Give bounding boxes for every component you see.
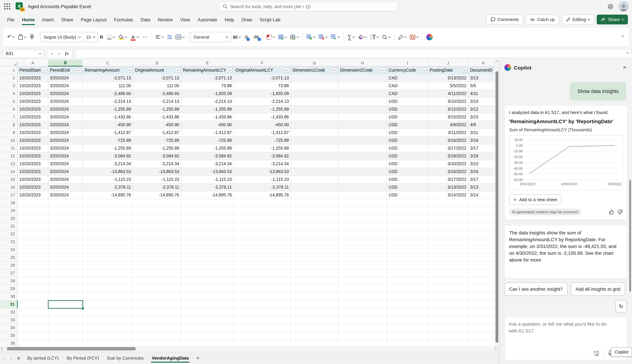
grid-cell-J18[interactable]: [428, 199, 468, 207]
grid-cell-I28[interactable]: [387, 277, 428, 285]
row-header-10[interactable]: 10: [0, 137, 18, 144]
row-header-23[interactable]: 23: [0, 238, 18, 246]
grid-cell-K13[interactable]: 3/10: [468, 160, 495, 168]
grid-cell-D5[interactable]: -2,214.13: [133, 98, 181, 106]
grid-cell-K17[interactable]: 3/14: [468, 191, 495, 199]
grid-cell-A13[interactable]: 10/20/2023: [18, 160, 48, 168]
grid-cell-A27[interactable]: [18, 269, 48, 277]
grid-cell-C15[interactable]: -1,115.23: [83, 176, 133, 184]
grid-cell-C32[interactable]: [83, 308, 133, 316]
grid-cell-D31[interactable]: [133, 300, 181, 308]
grid-cell-G20[interactable]: [291, 215, 338, 222]
grid-cell-B21[interactable]: [48, 222, 83, 230]
table-header-cell[interactable]: OriginalAmount: [133, 66, 181, 74]
grid-cell-A16[interactable]: 10/20/2023: [18, 184, 48, 191]
filter-dropdown-icon[interactable]: [127, 68, 132, 72]
grid-cell-D23[interactable]: [133, 238, 181, 246]
grid-cell-H7[interactable]: [338, 113, 387, 121]
grid-cell-C26[interactable]: [83, 262, 133, 269]
column-header-F[interactable]: F: [234, 60, 291, 66]
grid-cell-K5[interactable]: 3/10: [468, 98, 495, 106]
row-header-18[interactable]: 18: [0, 199, 18, 207]
grid-cell-F3[interactable]: 73.88: [234, 82, 291, 90]
grid-cell-E29[interactable]: [181, 285, 234, 293]
grid-cell-G30[interactable]: [291, 293, 338, 300]
table-header-cell[interactable]: RemainingAmountLCY: [181, 66, 234, 74]
grid-cell-J30[interactable]: [428, 293, 468, 300]
grid-cell-K9[interactable]: 3/11: [468, 129, 495, 137]
row-header-19[interactable]: 19: [0, 207, 18, 215]
grid-cell-B16[interactable]: 3/20/2024: [48, 184, 83, 191]
grid-cell-E32[interactable]: [181, 308, 234, 316]
column-header-G[interactable]: G: [291, 60, 338, 66]
fill-color-button[interactable]: [117, 32, 129, 42]
wrap-text-button[interactable]: [165, 32, 174, 42]
user-avatar[interactable]: [618, 1, 628, 12]
grid-cell-G6[interactable]: [291, 106, 338, 113]
grid-cell-K36[interactable]: [468, 340, 495, 346]
grid-cell-D11[interactable]: -1,255.89: [133, 144, 181, 152]
grid-cell-D21[interactable]: [133, 222, 181, 230]
grid-cell-D22[interactable]: [133, 230, 181, 238]
row-header-17[interactable]: 17: [0, 191, 18, 199]
grid-cell-C11[interactable]: -1,255.89: [83, 144, 133, 152]
grid-cell-G26[interactable]: [291, 262, 338, 269]
grid-cell-K25[interactable]: [468, 254, 495, 262]
grid-cell-J28[interactable]: [428, 277, 468, 285]
grid-cell-J34[interactable]: [428, 324, 468, 332]
table-header-cell[interactable]: CurrencyCode: [387, 66, 428, 74]
grid-cell-H12[interactable]: [338, 152, 387, 160]
grid-cell-G25[interactable]: [291, 254, 338, 262]
grid-cell-F8[interactable]: -450.90: [234, 121, 291, 129]
row-header-6[interactable]: 6: [0, 106, 18, 113]
grid-cell-D35[interactable]: [133, 332, 181, 340]
grid-cell-B33[interactable]: [48, 316, 83, 324]
grid-cell-H27[interactable]: [338, 269, 387, 277]
grid-cell-J6[interactable]: 3/12/2022: [428, 106, 468, 113]
grid-cell-A11[interactable]: 10/20/2023: [18, 144, 48, 152]
grid-cell-G10[interactable]: [291, 137, 338, 144]
grid-cell-B34[interactable]: [48, 324, 83, 332]
grid-cell-A26[interactable]: [18, 262, 48, 269]
row-header-4[interactable]: 4: [0, 90, 18, 98]
grid-cell-I25[interactable]: [387, 254, 428, 262]
grid-cell-H33[interactable]: [338, 316, 387, 324]
suggestion-chip[interactable]: Can I see another insight?: [504, 282, 567, 296]
grid-cell-H26[interactable]: [338, 262, 387, 269]
grid-cell-C28[interactable]: [83, 277, 133, 285]
grid-cell-A19[interactable]: [18, 207, 48, 215]
grid-cell-D33[interactable]: [133, 316, 181, 324]
grid-cell-K7[interactable]: 3/15: [468, 113, 495, 121]
grid-cell-B24[interactable]: [48, 246, 83, 254]
grid-cell-I31[interactable]: [387, 300, 428, 308]
grid-cell-J33[interactable]: [428, 316, 468, 324]
row-header-20[interactable]: 20: [0, 215, 18, 222]
grid-cell-J12[interactable]: 3/18/2022: [428, 152, 468, 160]
column-header-K[interactable]: K: [468, 60, 495, 66]
grid-cell-F30[interactable]: [234, 293, 291, 300]
grid-cell-K20[interactable]: [468, 215, 495, 222]
grid-cell-J9[interactable]: 3/11/2022: [428, 129, 468, 137]
grid-cell-B35[interactable]: [48, 332, 83, 340]
grid-cell-F35[interactable]: [234, 332, 291, 340]
grid-cell-K33[interactable]: [468, 316, 495, 324]
add-to-new-sheet-button[interactable]: + Add to a new sheet: [509, 194, 561, 205]
grid-cell-I24[interactable]: [387, 246, 428, 254]
grid-cell-B6[interactable]: 3/20/2024: [48, 106, 83, 113]
tab-share[interactable]: Share: [57, 14, 77, 26]
grid-cell-G8[interactable]: [291, 121, 338, 129]
grid-cell-J35[interactable]: [428, 332, 468, 340]
grid-cell-K24[interactable]: [468, 246, 495, 254]
grid-cell-I3[interactable]: CAD: [387, 82, 428, 90]
sheet-nav-left-icon[interactable]: ‹: [0, 355, 7, 361]
grid-cell-A29[interactable]: [18, 285, 48, 293]
grid-cell-E23[interactable]: [181, 238, 234, 246]
grid-cell-E4[interactable]: -1,655.09: [181, 90, 234, 98]
grid-cell-A15[interactable]: 10/20/2023: [18, 176, 48, 184]
row-header-30[interactable]: 30: [0, 293, 18, 300]
grid-cell-A34[interactable]: [18, 324, 48, 332]
grid-cell-J10[interactable]: 3/16/2022: [428, 137, 468, 144]
tab-draw[interactable]: Draw: [238, 14, 256, 26]
grid-cell-E27[interactable]: [181, 269, 234, 277]
grid-cell-A35[interactable]: [18, 332, 48, 340]
